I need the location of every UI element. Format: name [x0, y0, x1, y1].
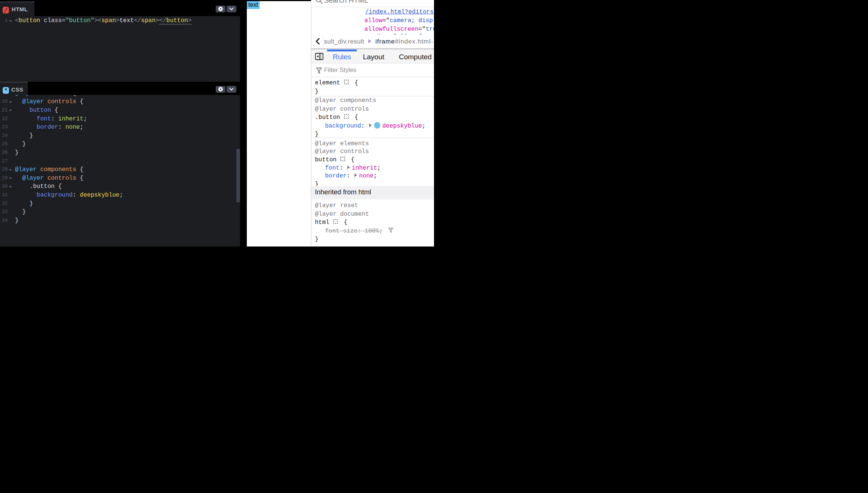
svg-text:*: * [5, 87, 7, 94]
